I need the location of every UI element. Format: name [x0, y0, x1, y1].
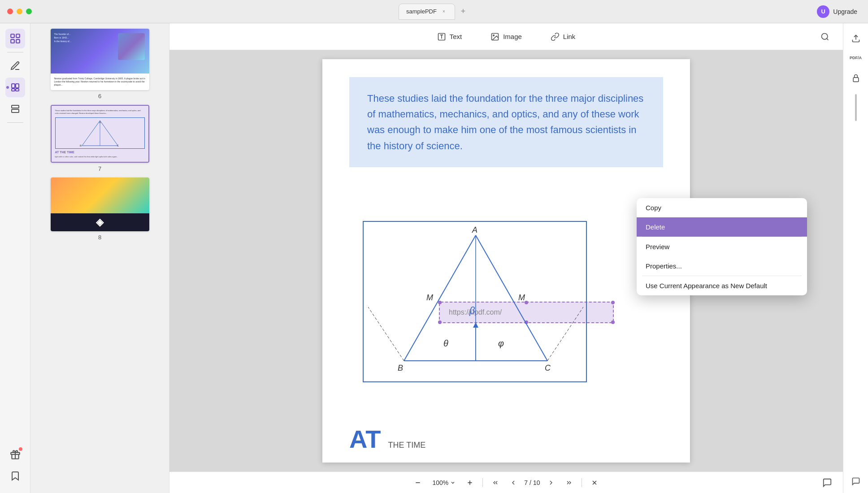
thumb-card-7[interactable]: These studies laid the foundation for th… [51, 105, 149, 163]
tab-title: samplePDF [406, 8, 437, 15]
last-page-button[interactable] [562, 476, 576, 490]
window-controls [0, 9, 32, 14]
thumb-num-7: 7 [98, 165, 101, 172]
content-toolbar: Text Image Link [169, 23, 843, 50]
svg-line-13 [100, 121, 118, 146]
svg-text:β: β [469, 305, 475, 316]
main-layout: The founder of...Born in 1643...In the h… [0, 23, 868, 493]
link-tool-button[interactable]: Link [543, 29, 583, 45]
bottom-right-comment[interactable] [822, 478, 832, 488]
thumbnail-panel[interactable]: The founder of...Born in 1643...In the h… [30, 23, 169, 493]
svg-text:θ: θ [443, 338, 448, 348]
link-label: Link [563, 33, 576, 40]
close-overlay-button[interactable] [587, 476, 602, 490]
next-page-button[interactable] [544, 476, 558, 490]
upgrade-label: Upgrade [833, 8, 857, 15]
svg-rect-2 [11, 39, 14, 43]
search-button[interactable] [818, 30, 832, 44]
content-area: Text Image Link [169, 23, 843, 493]
pdf-viewport[interactable]: These studies laid the foundation for th… [169, 50, 843, 471]
user-avatar: U [817, 5, 829, 18]
svg-text:C: C [117, 144, 119, 147]
svg-text:B: B [398, 363, 403, 372]
svg-rect-9 [12, 109, 19, 112]
prev-page-button[interactable] [506, 476, 521, 490]
sidebar-divider-2 [7, 122, 23, 123]
thumb-num-8: 8 [98, 234, 101, 241]
upgrade-button[interactable]: U Upgrade [817, 5, 857, 18]
sidebar-divider-1 [7, 52, 23, 52]
comment-icon [822, 478, 832, 488]
thumbnail-item-7[interactable]: These studies laid the foundation for th… [34, 105, 165, 172]
right-comment-button[interactable] [848, 473, 864, 489]
zoom-in-button[interactable] [463, 476, 477, 490]
thumb7-bg: These studies laid the foundation for th… [52, 106, 148, 162]
svg-point-22 [822, 33, 828, 39]
thumb-card-6[interactable]: The founder of...Born in 1643...In the h… [51, 29, 149, 90]
left-sidebar [0, 23, 30, 493]
thumbnail-item-8[interactable]: ◈ 8 [34, 177, 165, 241]
menu-preview[interactable]: Preview [637, 237, 807, 256]
sidebar-item-pen[interactable] [5, 56, 25, 76]
sidebar-item-reader[interactable] [5, 29, 25, 48]
svg-text:B: B [80, 144, 82, 147]
svg-rect-8 [12, 105, 19, 108]
current-page: 7 [524, 479, 528, 486]
toolbar-divider-2 [582, 478, 582, 487]
link-icon [551, 32, 560, 41]
sidebar-item-layers[interactable] [5, 99, 25, 119]
svg-line-24 [476, 235, 547, 361]
link-box-wrapper: https://updf.com/ [349, 176, 663, 212]
image-tool-button[interactable]: Image [483, 29, 529, 45]
svg-rect-7 [16, 89, 19, 91]
maximize-button[interactable] [26, 9, 32, 14]
sidebar-item-pages[interactable] [5, 78, 25, 97]
toolbar-divider-1 [482, 478, 483, 487]
tab-close-button[interactable]: × [440, 8, 447, 15]
pdf-tab[interactable]: samplePDF × [399, 4, 455, 20]
svg-text:φ: φ [498, 338, 504, 348]
right-scrollbar[interactable] [855, 94, 857, 121]
svg-rect-0 [11, 34, 14, 38]
sidebar-item-gift[interactable] [5, 445, 25, 464]
lock-icon [851, 74, 860, 82]
zoom-display[interactable]: 100% [429, 477, 459, 488]
thumb6-content: Newton graduated from Trinity College, C… [51, 74, 149, 90]
image-icon [490, 32, 499, 41]
svg-rect-6 [12, 89, 15, 91]
menu-copy[interactable]: Copy [637, 198, 807, 217]
bottom-section: AT THE TIME [349, 424, 425, 454]
diagram-container: M M A B C β θ [363, 221, 587, 382]
text-icon [437, 32, 446, 41]
right-pdfa-button[interactable]: PDF/A [848, 50, 864, 66]
pdfa-label: PDF/A [850, 56, 862, 61]
comment-sidebar-icon [851, 477, 860, 486]
text-label: Text [450, 33, 462, 40]
zoom-value: 100% [432, 479, 448, 486]
sidebar-bottom [5, 445, 25, 493]
zoom-dropdown-icon [450, 480, 456, 485]
context-menu: Copy Delete Preview Properties... Use Cu… [637, 198, 807, 295]
svg-rect-42 [853, 78, 859, 82]
right-scrollbar-area [855, 90, 857, 125]
first-page-button[interactable] [488, 476, 503, 490]
menu-delete[interactable]: Delete [637, 217, 807, 237]
close-button[interactable] [7, 9, 13, 14]
thumb-card-8[interactable]: ◈ [51, 177, 149, 231]
right-secure-button[interactable] [848, 70, 864, 86]
svg-text:A: A [99, 121, 101, 124]
svg-text:M: M [518, 293, 525, 302]
zoom-out-button[interactable] [411, 476, 425, 490]
menu-use-default[interactable]: Use Current Appearance as New Default [637, 276, 807, 295]
sidebar-item-bookmark[interactable] [5, 466, 25, 486]
svg-line-23 [404, 235, 476, 361]
thumbnail-item-6[interactable]: The founder of...Born in 1643...In the h… [34, 29, 165, 99]
menu-properties[interactable]: Properties... [637, 256, 807, 276]
minimize-button[interactable] [17, 9, 22, 14]
text-tool-button[interactable]: Text [430, 29, 469, 45]
right-export-button[interactable] [848, 30, 864, 47]
titlebar: samplePDF × + U Upgrade [0, 0, 868, 23]
tab-bar: samplePDF × + [399, 4, 469, 20]
triangle-diagram: M M A B C β θ [368, 226, 583, 379]
new-tab-button[interactable]: + [457, 5, 469, 18]
